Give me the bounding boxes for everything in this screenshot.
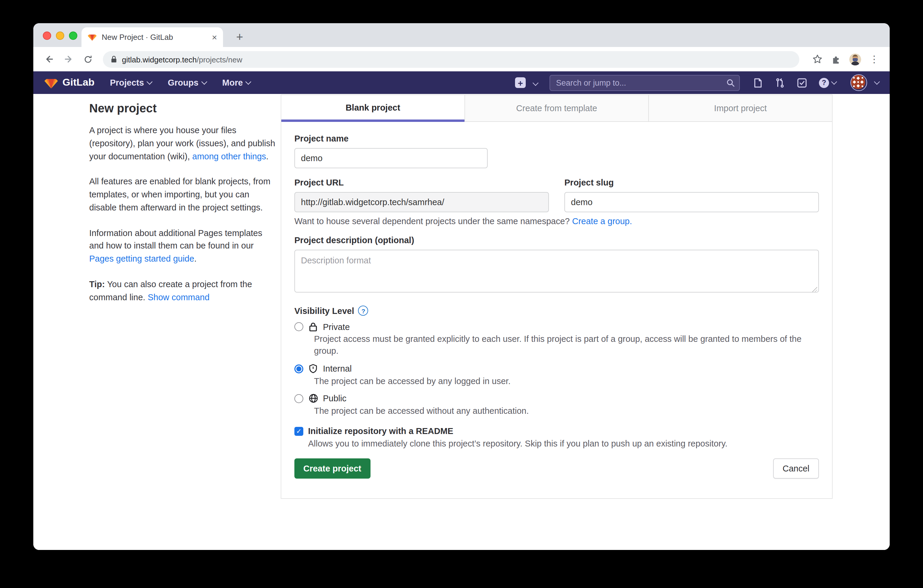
browser-toolbar: gitlab.widgetcorp.tech/projects/new (33, 47, 890, 71)
project-slug-input[interactable] (564, 192, 819, 212)
readme-label[interactable]: Initialize repository with a README (308, 426, 453, 436)
among-other-things-link[interactable]: among other things (192, 151, 266, 161)
project-description-label: Project description (optional) (294, 235, 819, 245)
window-controls (43, 31, 77, 40)
merge-requests-icon[interactable] (775, 77, 785, 88)
help-icon: ? (819, 77, 829, 88)
new-project-panel: Blank project Create from template Impor… (281, 95, 833, 499)
namespace-helper: Want to house several dependent projects… (294, 217, 819, 226)
project-url-input[interactable] (294, 192, 549, 212)
url-domain: gitlab.widgetcorp.tech (122, 55, 197, 64)
visibility-option-label[interactable]: Private (323, 322, 350, 332)
visibility-option-desc: The project can be accessed without any … (314, 405, 819, 417)
issues-icon[interactable] (753, 77, 763, 88)
reload-icon[interactable] (81, 52, 95, 66)
chevron-down-icon (201, 79, 207, 84)
project-name-input[interactable] (294, 148, 488, 168)
gitlab-tanuki-icon (44, 76, 58, 89)
project-slug-label: Project slug (564, 178, 819, 187)
search-input[interactable] (550, 75, 740, 91)
chevron-down-icon (246, 79, 251, 84)
project-description-textarea[interactable] (294, 250, 819, 292)
chevron-down-icon (874, 79, 880, 84)
nav-more[interactable]: More (222, 78, 250, 87)
tip-paragraph: Tip: You can also create a project from … (89, 278, 278, 304)
plus-icon: + (515, 77, 526, 88)
blank-project-form: Project name Project URL Project slug Wa… (281, 122, 832, 479)
project-url-label: Project URL (294, 178, 549, 187)
close-window-button[interactable] (43, 31, 51, 40)
browser-profile-avatar[interactable] (848, 52, 862, 66)
nav-projects[interactable]: Projects (110, 78, 152, 87)
chevron-down-icon (532, 80, 539, 85)
forward-icon[interactable] (61, 52, 76, 66)
brand-name: GitLab (62, 77, 95, 89)
intro-paragraph: A project is where you house your files … (89, 124, 278, 163)
cancel-button[interactable]: Cancel (773, 458, 819, 479)
new-tab-button[interactable]: + (231, 28, 249, 46)
gitlab-favicon-icon (87, 33, 97, 42)
lock-icon (308, 322, 318, 332)
page-content: New project A project is where you house… (33, 94, 890, 550)
visibility-option-desc: The project can be accessed by any logge… (314, 375, 819, 387)
tab-create-from-template[interactable]: Create from template (465, 95, 648, 122)
browser-tab-strip: New Project · GitLab × + (33, 23, 890, 47)
user-menu[interactable] (848, 74, 879, 91)
project-name-label: Project name (294, 134, 819, 143)
help-menu[interactable]: ? (819, 77, 836, 88)
tab-blank-project[interactable]: Blank project (281, 95, 465, 122)
radio-internal[interactable] (294, 364, 303, 373)
visibility-option-private: Private Project access must be granted e… (294, 322, 819, 357)
https-lock-icon (111, 55, 117, 63)
visibility-option-label[interactable]: Internal (323, 364, 352, 373)
create-project-button[interactable]: Create project (294, 458, 370, 479)
browser-window: New Project · GitLab × + gitlab.widgetco… (33, 23, 890, 550)
gitlab-logo[interactable]: GitLab (44, 76, 95, 89)
readme-desc: Allows you to immediately clone this pro… (308, 439, 819, 448)
tab-import-project[interactable]: Import project (648, 95, 832, 122)
features-paragraph: All features are enabled for blank proje… (89, 176, 278, 215)
pages-guide-link[interactable]: Pages getting started guide (89, 254, 194, 263)
bookmark-star-icon[interactable] (810, 52, 824, 66)
page-description-column: New project A project is where you house… (89, 94, 278, 317)
visibility-option-public: Public The project can be accessed witho… (294, 394, 819, 417)
project-type-tabs: Blank project Create from template Impor… (281, 95, 832, 122)
new-menu-button[interactable]: + (515, 77, 538, 88)
browser-tab[interactable]: New Project · GitLab × (82, 27, 223, 47)
navbar-menu: Projects Groups More (110, 78, 251, 87)
visibility-level-label: Visibility Level (294, 306, 354, 315)
screenshot-stage: New Project · GitLab × + gitlab.widgetco… (0, 0, 923, 588)
pages-paragraph: Information about additional Pages templ… (89, 227, 278, 266)
nav-groups[interactable]: Groups (168, 78, 206, 87)
chevron-down-icon (831, 79, 837, 84)
visibility-option-label[interactable]: Public (323, 394, 347, 403)
todos-icon[interactable] (797, 77, 807, 88)
minimize-window-button[interactable] (56, 31, 64, 40)
back-icon[interactable] (42, 52, 56, 66)
globe-icon (308, 394, 318, 404)
chevron-down-icon (146, 79, 153, 84)
user-avatar (851, 74, 867, 91)
radio-private[interactable] (294, 322, 303, 331)
create-group-link[interactable]: Create a group. (572, 217, 632, 226)
radio-public[interactable] (294, 394, 303, 403)
extensions-puzzle-icon[interactable] (829, 52, 843, 66)
url-path: /projects/new (197, 55, 242, 64)
gitlab-navbar: GitLab Projects Groups More + (33, 71, 890, 94)
browser-menu-icon[interactable]: ⋮ (867, 52, 881, 66)
readme-checkbox[interactable]: ✓ (294, 427, 303, 435)
url-text: gitlab.widgetcorp.tech/projects/new (122, 54, 242, 64)
visibility-option-desc: Project access must be granted explicitl… (314, 333, 819, 357)
fullscreen-window-button[interactable] (69, 31, 77, 40)
tab-close-icon[interactable]: × (212, 32, 217, 42)
url-bar[interactable]: gitlab.widgetcorp.tech/projects/new (103, 51, 799, 67)
visibility-option-internal: Internal The project can be accessed by … (294, 363, 819, 387)
page-title: New project (89, 102, 278, 115)
show-command-link[interactable]: Show command (148, 292, 210, 302)
tab-title: New Project · GitLab (102, 33, 207, 42)
visibility-help-icon[interactable]: ? (358, 305, 368, 316)
search-icon (726, 78, 735, 87)
readme-option: ✓ Initialize repository with a README Al… (294, 426, 819, 448)
shield-icon (308, 363, 318, 374)
